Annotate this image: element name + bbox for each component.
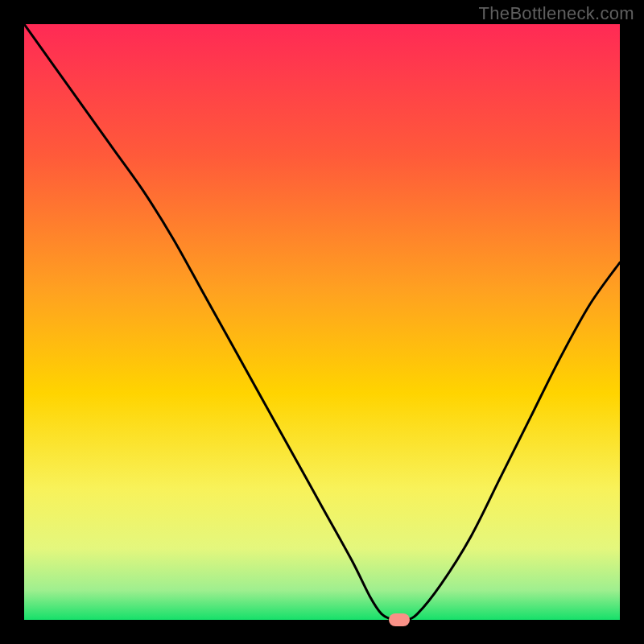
plot-area: [24, 24, 620, 620]
optimum-marker: [389, 613, 410, 626]
gradient-background: [24, 24, 620, 620]
chart-frame: TheBottleneck.com: [0, 0, 644, 644]
chart-svg: [24, 24, 620, 620]
watermark-text: TheBottleneck.com: [479, 3, 634, 24]
